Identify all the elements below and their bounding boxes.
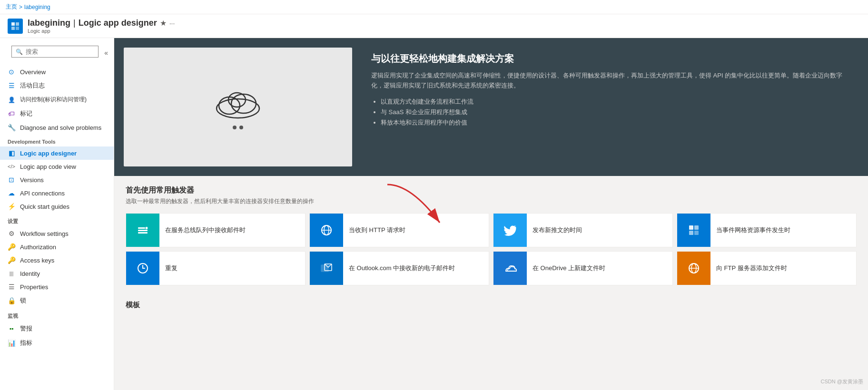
sidebar-item-lock[interactable]: 🔒 锁 bbox=[0, 293, 114, 308]
metrics-icon: 📊 bbox=[8, 339, 15, 347]
quick-start-icon: ⚡ bbox=[8, 203, 15, 210]
sidebar-item-api-connections[interactable]: ☁ API connections bbox=[0, 186, 114, 200]
triggers-subtitle: 选取一种最常用的触发器，然后利用大量丰富的连接器安排任意数量的操作 bbox=[126, 197, 857, 205]
sidebar-item-activity-log[interactable]: ☰ 活动日志 bbox=[0, 78, 114, 93]
sidebar-item-overview[interactable]: ⊙ Overview bbox=[0, 65, 114, 78]
sidebar-item-quick-start[interactable]: ⚡ Quick start guides bbox=[0, 200, 114, 213]
sidebar-label-workflow: Workflow settings bbox=[20, 230, 69, 237]
modules-title: 模板 bbox=[126, 301, 140, 310]
cloud-illustration bbox=[209, 85, 266, 129]
triggers-grid-container: 在服务总线队列中接收邮件时 当收到 HTTP 请求时 bbox=[126, 213, 857, 285]
collapse-icon[interactable]: « bbox=[104, 49, 108, 57]
sidebar-item-access-keys[interactable]: 🔑 Access keys bbox=[0, 254, 114, 267]
trigger-outlook[interactable]: 在 Outlook.com 中接收新的电子邮件时 bbox=[309, 251, 489, 285]
header-subtitle: Logic app bbox=[28, 28, 175, 34]
sidebar-label-overview: Overview bbox=[20, 68, 46, 76]
code-view-icon: </> bbox=[8, 163, 15, 170]
sidebar-item-metrics[interactable]: 📊 指标 bbox=[0, 336, 114, 350]
svg-rect-12 bbox=[138, 232, 148, 234]
app-name: labegining bbox=[28, 18, 70, 28]
triggers-section: 首先使用常用触发器 选取一种最常用的触发器，然后利用大量丰富的连接器安排任意数量… bbox=[114, 176, 868, 295]
search-wrap: 🔍 « bbox=[6, 44, 112, 61]
star-icon[interactable]: ★ bbox=[160, 19, 167, 28]
sidebar-label-tags: 标记 bbox=[20, 109, 32, 118]
app-icon bbox=[8, 19, 23, 34]
authorization-icon: 🔑 bbox=[8, 243, 15, 251]
outlook-label: 在 Outlook.com 中接收新的电子邮件时 bbox=[343, 260, 461, 276]
section-dev-tools: Development Tools bbox=[0, 134, 114, 146]
trigger-recur[interactable]: 重复 bbox=[126, 251, 306, 285]
sidebar-item-logic-app-designer[interactable]: ◧ Logic app designer bbox=[0, 146, 114, 160]
search-input[interactable] bbox=[26, 48, 94, 55]
trigger-ftp[interactable]: 向 FTP 服务器添加文件时 bbox=[677, 251, 857, 285]
hero-text-area: 与以往更轻松地构建集成解决方案 逻辑应用实现了企业集成空间的高速和可伸缩性，便捷… bbox=[362, 38, 868, 176]
hero-bullet-3: 释放本地和云应用程序中的价值 bbox=[381, 118, 849, 127]
sidebar-label-activity: 活动日志 bbox=[20, 81, 45, 90]
svg-point-4 bbox=[217, 99, 259, 118]
svg-rect-11 bbox=[138, 230, 148, 231]
sidebar-label-designer: Logic app designer bbox=[20, 150, 77, 157]
sidebar-item-identity[interactable]: ||| Identity bbox=[0, 267, 114, 280]
watermark: CSDN @发黄涂墨 bbox=[821, 378, 863, 385]
hero-banner: 与以往更轻松地构建集成解决方案 逻辑应用实现了企业集成空间的高速和可伸缩性，便捷… bbox=[114, 38, 868, 176]
diagnose-icon: 🔧 bbox=[8, 124, 15, 131]
recur-label: 重复 bbox=[159, 260, 183, 276]
trigger-twitter[interactable]: 发布新推文的时间 bbox=[493, 213, 673, 247]
sidebar-label-identity: Identity bbox=[20, 270, 40, 277]
sidebar-item-workflow-settings[interactable]: ⚙ Workflow settings bbox=[0, 227, 114, 240]
tags-icon: 🏷 bbox=[8, 110, 15, 117]
hero-bullet-1: 以直观方式创建业务流程和工作流 bbox=[381, 98, 849, 106]
sidebar-item-properties[interactable]: ☰ Properties bbox=[0, 280, 114, 293]
sidebar-label-properties: Properties bbox=[20, 283, 48, 291]
versions-icon: ⊡ bbox=[8, 176, 15, 184]
http-request-icon bbox=[310, 214, 343, 247]
onedrive-icon bbox=[493, 252, 527, 285]
sidebar-item-authorization[interactable]: 🔑 Authorization bbox=[0, 240, 114, 254]
breadcrumb-current[interactable]: labegining bbox=[24, 4, 50, 10]
more-icon[interactable]: ··· bbox=[169, 20, 175, 27]
sidebar-item-tags[interactable]: 🏷 标记 bbox=[0, 107, 114, 121]
sidebar-label-metrics: 指标 bbox=[20, 339, 32, 347]
activity-log-icon: ☰ bbox=[8, 82, 15, 89]
sidebar-item-access-control[interactable]: 👤 访问控制(标识和访问管理) bbox=[0, 93, 114, 107]
breadcrumb-sep: > bbox=[19, 4, 22, 10]
sidebar-item-versions[interactable]: ⊡ Versions bbox=[0, 173, 114, 186]
sidebar-label-lock: 锁 bbox=[20, 296, 26, 305]
sidebar-label-api: API connections bbox=[20, 190, 65, 197]
sidebar-label-alerts: 警报 bbox=[20, 324, 32, 333]
triggers-grid: 在服务总线队列中接收邮件时 当收到 HTTP 请求时 bbox=[126, 213, 857, 285]
hero-bullet-2: 与 SaaS 和企业应用程序想集成 bbox=[381, 108, 849, 117]
trigger-event-grid[interactable]: 当事件网格资源事件发生时 bbox=[677, 213, 857, 247]
breadcrumb-home[interactable]: 主页 bbox=[6, 3, 17, 11]
twitter-label: 发布新推文的时间 bbox=[527, 222, 588, 238]
sidebar-item-logic-app-code[interactable]: </> Logic app code view bbox=[0, 160, 114, 173]
properties-icon: ☰ bbox=[8, 283, 15, 291]
identity-icon: ||| bbox=[8, 270, 15, 277]
section-settings: 设置 bbox=[0, 213, 114, 227]
onedrive-label: 在 OneDrive 上新建文件时 bbox=[527, 260, 611, 276]
page-title: Logic app designer bbox=[79, 18, 157, 28]
main-layout: 🔍 « ⊙ Overview ☰ 活动日志 👤 访问控制(标识和访问管理) 🏷 … bbox=[0, 38, 868, 390]
lock-icon: 🔒 bbox=[8, 297, 15, 304]
recur-icon bbox=[126, 252, 159, 285]
svg-rect-17 bbox=[689, 225, 693, 230]
alerts-icon: ▪▪ bbox=[8, 325, 15, 332]
event-grid-icon bbox=[677, 214, 710, 247]
main-content: 与以往更轻松地构建集成解决方案 逻辑应用实现了企业集成空间的高速和可伸缩性，便捷… bbox=[114, 38, 868, 390]
svg-rect-19 bbox=[689, 231, 693, 235]
svg-rect-2 bbox=[11, 27, 15, 30]
sidebar-item-alerts[interactable]: ▪▪ 警报 bbox=[0, 322, 114, 336]
ftp-icon bbox=[677, 252, 710, 285]
trigger-service-bus[interactable]: 在服务总线队列中接收邮件时 bbox=[126, 213, 306, 247]
trigger-http-request[interactable]: 当收到 HTTP 请求时 bbox=[309, 213, 489, 247]
sidebar-label-quick: Quick start guides bbox=[20, 203, 69, 210]
sidebar-item-diagnose[interactable]: 🔧 Diagnose and solve problems bbox=[0, 121, 114, 134]
trigger-onedrive[interactable]: 在 OneDrive 上新建文件时 bbox=[493, 251, 673, 285]
page-header: labegining | Logic app designer ★ ··· Lo… bbox=[0, 14, 868, 38]
event-grid-label: 当事件网格资源事件发生时 bbox=[710, 222, 796, 238]
search-box[interactable]: 🔍 bbox=[11, 46, 99, 58]
hero-bullets: 以直观方式创建业务流程和工作流 与 SaaS 和企业应用程序想集成 释放本地和云… bbox=[371, 98, 849, 127]
triggers-title: 首先使用常用触发器 bbox=[126, 185, 857, 195]
designer-icon: ◧ bbox=[8, 149, 15, 157]
sidebar-label-code: Logic app code view bbox=[20, 163, 76, 170]
